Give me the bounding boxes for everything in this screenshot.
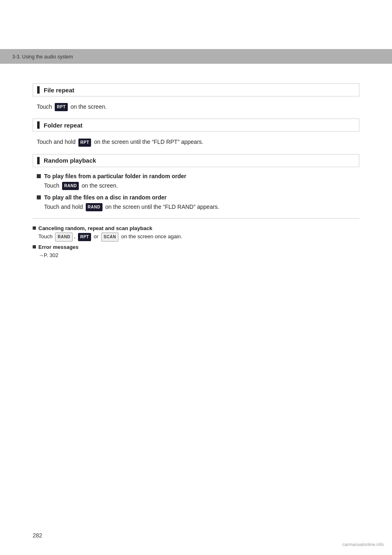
random-folder-sub: To play files from a particular folder i…: [37, 173, 359, 190]
sep-1: ,: [74, 233, 76, 239]
rand-badge-cancel: RAND: [55, 233, 73, 242]
sep-2: or: [94, 233, 100, 239]
random-folder-title: To play files from a particular folder i…: [37, 173, 359, 179]
random-disc-sub: To play all the files on a disc in rando…: [37, 194, 359, 211]
error-messages-para: →P. 302: [38, 251, 359, 260]
section-label: 3-3. Using the audio system: [12, 54, 73, 60]
folder-repeat-title: Folder repeat: [44, 122, 82, 129]
random-folder-title-text: To play files from a particular folder i…: [44, 173, 186, 179]
cancel-text-before: Touch: [38, 233, 53, 239]
file-repeat-text-before: Touch: [37, 103, 52, 110]
file-repeat-para: Touch RPT on the screen.: [37, 102, 359, 111]
watermark: carmanualonline.info: [342, 542, 384, 547]
error-messages-title: Error messages: [33, 244, 359, 250]
file-repeat-title: File repeat: [44, 87, 74, 94]
folder-repeat-para: Touch and hold RPT on the screen until t…: [37, 137, 359, 146]
bullet-cancel: [33, 226, 36, 230]
random-disc-title: To play all the files on a disc in rando…: [37, 194, 359, 201]
section-bar-accent-3: [37, 157, 40, 164]
bullet-error: [33, 245, 36, 248]
header-bar: 3-3. Using the audio system: [0, 49, 392, 64]
rpt-badge-cancel: RPT: [78, 233, 91, 241]
file-repeat-header: File repeat: [33, 83, 359, 96]
cancel-text-after: on the screen once again.: [121, 233, 183, 239]
random-folder-text-after: on the screen.: [82, 182, 118, 189]
page-number: 282: [33, 532, 42, 539]
error-messages-title-text: Error messages: [38, 244, 78, 250]
folder-repeat-text-after: on the screen until the “FLD RPT” appear…: [94, 139, 203, 145]
section-bar-accent-2: [37, 121, 40, 129]
canceling-section: Canceling random, repeat and scan playba…: [33, 225, 359, 242]
bullet-1: [37, 174, 41, 178]
error-messages-ref: →P. 302: [38, 252, 58, 258]
bullet-2: [37, 195, 41, 199]
rpt-badge-folder: RPT: [78, 139, 91, 147]
canceling-title: Canceling random, repeat and scan playba…: [33, 225, 359, 231]
random-playback-title: Random playback: [44, 157, 96, 164]
random-folder-para: Touch RAND on the screen.: [44, 181, 359, 190]
section-divider: [33, 218, 359, 219]
error-messages-section: Error messages →P. 302: [33, 244, 359, 260]
random-playback-header: Random playback: [33, 154, 359, 167]
main-content: File repeat Touch RPT on the screen. Fol…: [0, 64, 392, 286]
random-disc-text-before: Touch and hold: [44, 204, 83, 210]
section-bar-accent: [37, 86, 40, 94]
file-repeat-text-after: on the screen.: [71, 103, 107, 110]
random-folder-text-before: Touch: [44, 182, 59, 189]
random-disc-text-after: on the screen until the “FLD RAND” appea…: [105, 204, 219, 210]
rpt-badge-file: RPT: [55, 103, 68, 111]
random-disc-title-text: To play all the files on a disc in rando…: [44, 194, 167, 201]
random-disc-para: Touch and hold RAND on the screen until …: [44, 202, 359, 211]
rand-badge-folder: RAND: [62, 182, 79, 190]
canceling-para: Touch RAND, RPT or SCAN on the screen on…: [38, 233, 359, 242]
scan-badge-cancel: SCAN: [101, 233, 118, 242]
rand-badge-disc: RAND: [86, 203, 102, 211]
folder-repeat-header: Folder repeat: [33, 119, 359, 132]
folder-repeat-text-before: Touch and hold: [37, 139, 76, 145]
canceling-title-text: Canceling random, repeat and scan playba…: [38, 225, 152, 231]
